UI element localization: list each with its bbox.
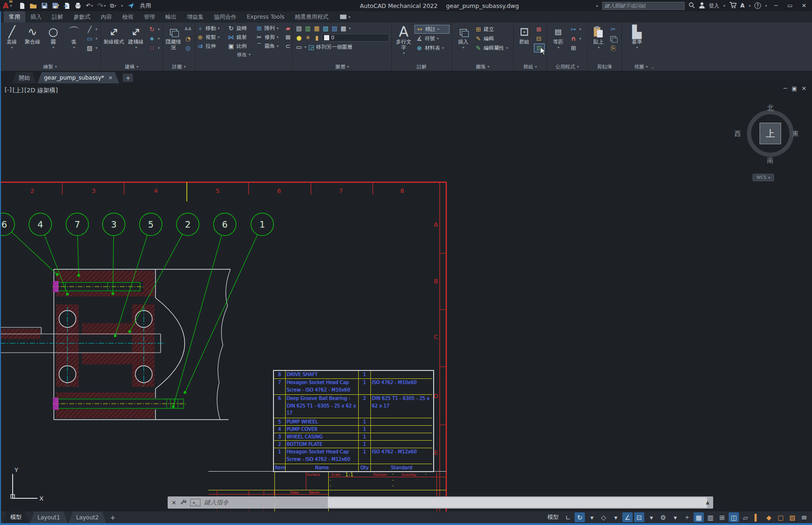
make-current-caret-icon[interactable]: ▾ (304, 45, 306, 49)
object-snap-caret-icon[interactable]: ▾ (646, 512, 657, 522)
command-input-field[interactable] (328, 497, 707, 508)
layer-isolate-icon[interactable]: ▦ (313, 25, 321, 32)
user-icon[interactable] (699, 1, 705, 10)
power-snap-button[interactable]: ∩▾ (568, 34, 582, 43)
workspace-switch-icon[interactable]: ⧉▾ (110, 1, 117, 10)
command-history-up-icon[interactable]: ▲ (706, 500, 709, 505)
array-button[interactable]: ⊞陣列▾ (254, 24, 283, 33)
annotation-scale-lock-icon[interactable]: ◫ (729, 512, 739, 522)
construction-line-button[interactable]: ↔建構線▾ (125, 23, 146, 63)
hide-situation-button[interactable]: 隱藏情況 (165, 23, 182, 63)
circle-construction-button[interactable]: ↻▾ (147, 25, 161, 34)
fillet-button[interactable]: ⌒圓角▾ (254, 42, 283, 51)
grid-display-icon[interactable]: ∟ (563, 512, 573, 522)
viewcube-north-label[interactable]: 北 (767, 104, 774, 112)
minimize-button[interactable]: ─ (771, 2, 781, 9)
command-prompt-text[interactable]: 鍵入指令 (204, 498, 229, 507)
tab-view[interactable]: 檢視 (117, 11, 139, 22)
explode-button[interactable]: ⊠ (283, 33, 293, 42)
doc-minimize-button[interactable]: ─ (783, 85, 787, 92)
settings-caret-icon[interactable]: ▾ (670, 512, 680, 522)
line-button[interactable]: ╱直線▾ (2, 23, 22, 63)
app-menu-caret-icon[interactable]: ▾ (10, 4, 12, 8)
command-line-bar[interactable]: ✕ ▸_ 鍵入指令 ▲ (168, 496, 713, 509)
redo-icon[interactable]: ↷▾ (97, 1, 105, 10)
app-store-cart-icon[interactable] (729, 1, 737, 10)
panel-construct-label[interactable]: 建構▾ (101, 63, 162, 71)
tab-collaborate[interactable]: 協同合作 (209, 11, 242, 22)
edit-attributes-button[interactable]: ✎編輯屬性▾ (473, 44, 511, 52)
copy-clip-button[interactable] (608, 34, 618, 43)
settings-gear-icon[interactable]: ⚙ (658, 512, 668, 522)
viewcube-east-label[interactable]: 東 (792, 130, 799, 138)
tab-addins[interactable]: 增益集 (182, 11, 209, 22)
tab-parametric[interactable]: 參數式 (68, 11, 96, 22)
file-tab-start[interactable]: 開始 (12, 72, 37, 83)
undo-icon[interactable]: ↶▾ (86, 1, 93, 10)
group-edit-button[interactable]: ⊟ (534, 34, 545, 43)
visual-style-control-menu[interactable]: [2D 線架構] (24, 86, 58, 95)
copy-button[interactable]: ⊕複製▾ (195, 33, 226, 42)
help-icon[interactable]: ? (754, 2, 761, 9)
ribbon-display-toggle[interactable]: ▾ (340, 11, 350, 22)
qat-customize-caret-icon[interactable]: ▾ (121, 1, 123, 10)
open-file-icon[interactable] (30, 1, 37, 10)
panel-draw-label[interactable]: 繪製▾ (0, 63, 100, 71)
quick-calc-button[interactable]: ⊞ (568, 44, 582, 52)
layer-on-bulb-icon[interactable]: ● (295, 34, 303, 42)
stretch-button[interactable]: ⇉拉伸 (195, 42, 226, 51)
polar-tracking-icon[interactable]: ∠ (622, 512, 633, 522)
tab-featured-apps[interactable]: 精選應用程式 (289, 11, 333, 22)
move-to-layer-icon[interactable]: ◲ (307, 44, 315, 51)
layer-tools-caret-icon[interactable]: ▾ (349, 26, 351, 30)
dimension-button[interactable]: ↔標註▾ (414, 25, 450, 34)
ungroup-button[interactable]: ⊠ (534, 25, 545, 34)
layer-lock-icon[interactable]: ▮ (313, 34, 321, 42)
base-view-button[interactable]: ▙基準▾ (624, 23, 650, 63)
detail-scale-button[interactable]: ◔ (183, 34, 193, 43)
scale-button[interactable]: ▣比例 (226, 42, 254, 51)
panel-layers-label[interactable]: 圖層▾ (293, 63, 391, 71)
signin-caret-icon[interactable]: ▾ (723, 4, 725, 8)
selection-cycling-icon[interactable]: ▦ (694, 512, 704, 522)
auto-construction-button[interactable]: ∗▾ (147, 34, 161, 43)
tab-express-tools[interactable]: Express Tools (242, 11, 289, 22)
workspace-switching-icon[interactable]: ▱ (740, 512, 751, 522)
autodesk-logo-icon[interactable]: A (740, 2, 745, 9)
layer-off-icon[interactable]: ▩ (340, 25, 347, 32)
layout-tab-layout1[interactable]: Layout1 (30, 511, 67, 523)
edit-block-button[interactable]: ✎編輯 (473, 34, 511, 43)
move-button[interactable]: ＋移動▾ (195, 24, 226, 33)
view-control-menu[interactable]: [上] (13, 86, 23, 95)
customization-menu-icon[interactable]: ≡ (799, 512, 809, 522)
viewport-control-menu[interactable]: [-] (5, 86, 12, 95)
search-icon[interactable] (688, 1, 695, 10)
layer-select-combo[interactable]: 0 (322, 34, 389, 42)
layer-unisolate-icon[interactable]: ▧ (322, 25, 330, 32)
tab-output[interactable]: 輸出 (160, 11, 182, 22)
maximize-button[interactable]: ▭ (785, 2, 795, 9)
snap-caret-icon[interactable]: ▾ (587, 512, 597, 522)
file-tab-close-icon[interactable]: ✕ (108, 75, 112, 81)
share-label[interactable]: 共用 (140, 2, 151, 10)
viewcube-west-label[interactable]: 西 (734, 130, 741, 138)
search-collapse-icon[interactable]: ▸ (597, 4, 598, 8)
panel-block-label[interactable]: 圖塊▾ (452, 63, 513, 71)
ray-mode-button[interactable]: ↔射線模式 (103, 23, 125, 63)
layer-thaw-sun-icon[interactable]: ☀ (304, 34, 312, 42)
object-snap-icon[interactable]: ⊡ (634, 512, 644, 522)
dashed-line-button[interactable]: ╱▾ (85, 25, 98, 34)
ucs-icon[interactable]: Y X (11, 466, 44, 502)
clean-screen-icon[interactable]: ▨ (787, 512, 797, 522)
share-icon[interactable] (127, 1, 134, 10)
move-to-layer-label[interactable]: 移到另一個圖層 (316, 44, 352, 51)
mirror-button[interactable]: ⋈鏡射 (226, 33, 254, 42)
make-current-layer-icon[interactable]: ▭ (295, 44, 303, 51)
layout-tab-layout2[interactable]: Layout2 (68, 511, 106, 523)
layer-properties-icon[interactable]: ▤ (295, 25, 303, 32)
new-layout-button[interactable]: + (110, 514, 116, 521)
polyline-button[interactable]: ∿聚合線 (22, 23, 42, 63)
tab-home[interactable]: 常用 (4, 11, 25, 22)
recent-commands-icon[interactable]: ▸_ (190, 499, 200, 506)
autodesk-caret-icon[interactable]: ▾ (749, 4, 751, 8)
